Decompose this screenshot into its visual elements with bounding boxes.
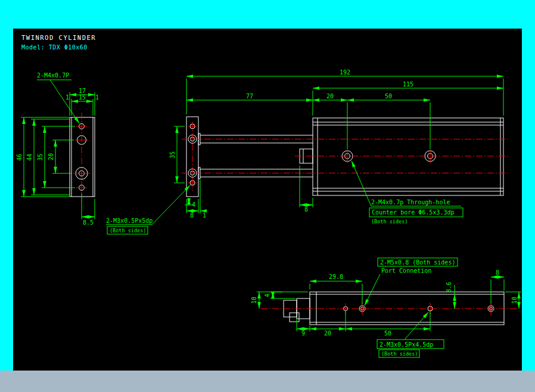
callout-m5-line1: 2-M5x0.8 (Both sides) [380,259,455,266]
end-view-centerlines [73,113,90,203]
side-view-geometry [186,117,503,197]
dim-115-label: 115 [403,81,413,88]
drawing-svg: TWINROD CYLINDER Model: TDX Φ10x60 [13,29,522,371]
dim-20-label: 20 [48,153,54,160]
dim-8-cushion-label: 8 [304,206,308,213]
dim-20-label: 20 [324,330,331,337]
dim-8-plate-label: 8 [190,212,194,219]
app-window: TWINROD CYLINDER Model: TDX Φ10x60 [0,0,535,392]
side-view-dimensions: 192 115 77 20 50 [169,69,503,219]
end-view-dimensions: 46 44 35 20 [16,88,99,226]
dim-10-left-label: 10 [251,297,257,304]
dim-8-6-label: 8.6 [446,282,452,293]
callout-m4-note: (Both sides) [371,219,408,225]
body-top-view [310,292,504,325]
side-view-callout-m4: 2-M4x0.7p Through-hole Counter bore Φ6.5… [352,161,463,225]
dim-44-label: 44 [26,154,33,161]
dim-10-right-label: 10 [511,297,518,304]
cylinder-body [313,118,503,195]
dim-4-label: 4 [192,201,195,208]
drawing-model: Model: TDX Φ10x60 [21,44,88,51]
dim-77-label: 77 [246,93,253,99]
callout-m3-line1: 2-M3x0.5Px5dp [106,217,153,224]
top-view-callout-m5: 2-M5x0.8 (Both sides) Port Connetion [365,258,458,306]
end-view: 46 44 35 20 [16,72,99,226]
callout-m3-note: (Both sides) [110,228,146,234]
callout-m5-line2: Port Connetion [381,267,431,274]
end-view-callout-m4: 2-M4x0.7P [37,72,79,123]
top-view: 29.8 4 8.6 8 [251,258,521,357]
dim-9-label: 9 [301,330,305,337]
dim-20-label: 20 [326,93,334,99]
drawing-title: TWINROD CYLINDER [21,34,96,41]
title-block: TWINROD CYLINDER Model: TDX Φ10x60 [21,34,96,51]
dim-35-label: 35 [37,154,43,161]
dim-4-label: 4 [264,294,270,297]
side-view-callout-m3: 2-M3x0.5Px5dp (Both sides) [106,185,190,234]
dim-17-label: 17 [79,88,86,94]
dim-50-label: 50 [385,93,392,99]
top-view-dimensions: 29.8 4 8.6 8 [251,269,521,337]
bottom-bar [0,371,535,392]
dim-15-label: 15 [79,94,86,101]
dim-29-8-label: 29.8 [329,273,343,280]
dim-50-label: 50 [384,330,391,337]
side-view: 192 115 77 20 50 [106,69,508,234]
dim-1-left-label: 1 [66,94,69,101]
side-view-centerlines [182,122,508,191]
dim-8-5-label: 8.5 [83,219,94,226]
dim-8-label: 8 [496,269,499,276]
dim-1-label: 1 [203,212,206,219]
dim-35-label: 35 [169,151,176,158]
top-view-centerlines [261,302,518,315]
callout-m4-line2: Counter bore Φ6.5x3.3dp [372,209,454,216]
dim-192-label: 192 [340,69,350,76]
cad-viewport[interactable]: TWINROD CYLINDER Model: TDX Φ10x60 [13,29,522,371]
end-view-body [70,117,95,197]
dim-46-label: 46 [16,154,23,161]
callout-m3-note: (Both sides) [381,351,418,357]
callout-m4-line1: 2-M4x0.7p Through-hole [371,199,450,206]
callout-m4-thread-label: 2-M4x0.7P [37,72,69,79]
dim-1-right-label: 1 [95,94,99,101]
callout-m3-line1: 2-M3x0.5Px4.5dp [380,341,433,348]
